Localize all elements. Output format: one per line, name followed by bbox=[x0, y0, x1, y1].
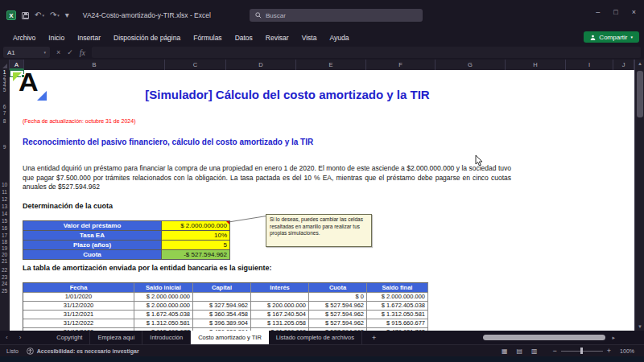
row-header-25[interactable]: 25 bbox=[0, 288, 9, 294]
row-header-8[interactable]: 8 bbox=[0, 118, 9, 124]
menu-tab-disposicion-de-pagina[interactable]: Disposición de página bbox=[107, 31, 187, 45]
close-button[interactable]: × bbox=[632, 8, 636, 16]
amortization-cell[interactable]: 31/12/2020 bbox=[23, 302, 134, 311]
row-header-5[interactable]: 5 bbox=[0, 87, 9, 93]
page-break-view-icon[interactable]: ▥ bbox=[531, 348, 538, 355]
zoom-in-icon[interactable]: + bbox=[603, 347, 615, 355]
sheet-tab-costo-amortizado-y-tir[interactable]: Costo amortizado y TIR bbox=[191, 331, 269, 344]
amortization-cell[interactable]: 1/01/2020 bbox=[23, 293, 134, 302]
cuota-value-plazo-anos[interactable]: 5 bbox=[162, 241, 230, 250]
row-header-18[interactable]: 18 bbox=[0, 239, 9, 245]
row-header-14[interactable]: 14 bbox=[0, 211, 9, 216]
menu-tab-formulas[interactable]: Fórmulas bbox=[187, 31, 228, 45]
menu-tab-datos[interactable]: Datos bbox=[229, 31, 259, 45]
amortization-cell[interactable]: $ 396.389.904 bbox=[193, 319, 251, 328]
row-header-19[interactable]: 19 bbox=[0, 245, 9, 251]
minimize-button[interactable]: – bbox=[596, 8, 600, 16]
column-header-h[interactable]: H bbox=[506, 60, 566, 70]
amortization-cell[interactable]: $ 0 bbox=[309, 293, 367, 302]
amortization-cell[interactable]: $ 1.672.405.038 bbox=[134, 311, 193, 319]
amortization-cell[interactable]: $ 915.660.677 bbox=[367, 319, 428, 328]
save-icon[interactable] bbox=[22, 12, 29, 19]
amortization-cell[interactable] bbox=[193, 293, 251, 302]
row-header-11[interactable]: 11 bbox=[0, 189, 9, 195]
horizontal-scrollbar[interactable] bbox=[483, 335, 605, 340]
search-box[interactable]: Buscar bbox=[250, 9, 423, 22]
normal-view-icon[interactable]: ▦ bbox=[502, 348, 508, 355]
insert-function-icon[interactable]: fx bbox=[80, 48, 85, 57]
amortization-cell[interactable]: $ 360.354.458 bbox=[193, 311, 251, 319]
amortization-cell[interactable]: $ 2.000.000.000 bbox=[367, 293, 428, 302]
column-header-e[interactable]: E bbox=[296, 60, 366, 70]
vertical-scrollbar-thumb[interactable] bbox=[637, 71, 643, 117]
customize-toolbar-icon[interactable]: ▾ bbox=[65, 11, 69, 19]
amortization-cell[interactable]: $ 1.672.405.038 bbox=[367, 302, 428, 311]
restore-button[interactable]: □ bbox=[613, 8, 617, 16]
page-layout-view-icon[interactable]: ▤ bbox=[516, 348, 522, 355]
amortization-cell[interactable]: $ 131.205.058 bbox=[251, 319, 309, 328]
menu-tab-vista[interactable]: Vista bbox=[295, 31, 324, 45]
sheet-tab-copyright[interactable]: Copyright bbox=[49, 331, 90, 344]
menu-tab-revisar[interactable]: Revisar bbox=[259, 31, 295, 45]
amortization-cell[interactable]: $ 1.312.050.581 bbox=[367, 311, 428, 319]
column-header-d[interactable]: D bbox=[226, 60, 296, 70]
row-header-9[interactable]: 9 bbox=[0, 144, 9, 150]
amortization-cell[interactable]: 31/12/2021 bbox=[23, 311, 134, 319]
accessibility-status[interactable]: Accesibilidad: es necesario investigar bbox=[37, 348, 139, 354]
worksheet[interactable]: A [Simulador] Cálculo del costo amortiza… bbox=[10, 70, 634, 331]
amortization-cell[interactable]: $ 1.312.050.581 bbox=[134, 319, 193, 328]
menu-tab-archivo[interactable]: Archivo bbox=[6, 31, 42, 45]
undo-icon[interactable]: ↶▾ bbox=[35, 11, 44, 19]
amortization-cell[interactable]: $ 2.000.000.000 bbox=[134, 293, 193, 302]
accessibility-icon[interactable] bbox=[27, 348, 34, 355]
zoom-out-icon[interactable]: − bbox=[549, 347, 561, 355]
name-box[interactable]: A1 ▾ bbox=[3, 47, 50, 58]
zoom-slider-thumb[interactable] bbox=[580, 348, 583, 354]
cuota-value-valor-del-prestamo[interactable]: $ 2.000.000.000 bbox=[162, 221, 230, 231]
menu-tab-insertar[interactable]: Insertar bbox=[71, 31, 107, 45]
amortization-cell[interactable]: $ 2.000.000.000 bbox=[134, 302, 193, 311]
scroll-right-icon[interactable]: ▸ bbox=[605, 335, 620, 341]
zoom-slider[interactable] bbox=[561, 351, 603, 352]
zoom-level[interactable]: 100% bbox=[620, 348, 634, 354]
amortization-cell[interactable]: $ 527.594.962 bbox=[309, 302, 367, 311]
enter-icon[interactable]: ✓ bbox=[67, 48, 73, 56]
row-header-7[interactable]: 7 bbox=[0, 110, 9, 116]
column-header-f[interactable]: F bbox=[366, 60, 436, 70]
column-header-c[interactable]: C bbox=[165, 60, 226, 70]
column-header-j[interactable]: J bbox=[613, 60, 634, 70]
row-header-24[interactable]: 24 bbox=[0, 281, 9, 286]
amortization-cell[interactable] bbox=[251, 293, 309, 302]
row-header-16[interactable]: 16 bbox=[0, 225, 9, 231]
column-header-b[interactable]: B bbox=[24, 60, 165, 70]
sheet-nav-left-icon[interactable]: ‹ bbox=[0, 334, 14, 341]
cuota-value-tasa-ea[interactable]: 10% bbox=[162, 231, 230, 241]
row-header-21[interactable]: 21 bbox=[0, 258, 9, 264]
row-header-6[interactable]: 6 bbox=[0, 104, 9, 109]
scroll-up-icon[interactable]: ▲ bbox=[635, 61, 644, 66]
sheet-nav-right-icon[interactable]: › bbox=[14, 334, 27, 341]
amortization-cell[interactable]: 31/12/2022 bbox=[23, 319, 134, 328]
row-header-23[interactable]: 23 bbox=[0, 274, 9, 280]
row-header-12[interactable]: 12 bbox=[0, 196, 9, 202]
share-button[interactable]: Compartir ▾ bbox=[584, 31, 639, 43]
cancel-icon[interactable]: × bbox=[56, 48, 60, 56]
sheet-tab-introduccion[interactable]: Introducción bbox=[142, 331, 191, 344]
scroll-down-icon[interactable]: ▼ bbox=[635, 324, 644, 329]
sheet-tab-listado-completo-de-archivos[interactable]: Listado completo de archivos bbox=[269, 331, 362, 344]
amortization-cell[interactable]: $ 167.240.504 bbox=[251, 311, 309, 319]
amortization-cell[interactable]: $ 327.594.962 bbox=[193, 302, 251, 311]
formula-input[interactable] bbox=[92, 47, 641, 58]
column-header-a[interactable]: A bbox=[10, 60, 24, 70]
column-header-i[interactable]: I bbox=[566, 60, 613, 70]
column-header-g[interactable]: G bbox=[436, 60, 506, 70]
sheet-tab-empieza-aqui[interactable]: Empieza aquí bbox=[90, 331, 142, 344]
redo-icon[interactable]: ↷▾ bbox=[50, 11, 60, 19]
menu-tab-inicio[interactable]: Inicio bbox=[42, 31, 71, 45]
row-header-13[interactable]: 13 bbox=[0, 204, 9, 209]
row-header-10[interactable]: 10 bbox=[0, 182, 9, 187]
amortization-cell[interactable]: $ 200.000.000 bbox=[251, 302, 309, 311]
cuota-value-cuota[interactable]: -$ 527.594.962 bbox=[162, 250, 230, 260]
vertical-scrollbar[interactable]: ▲ ▼ bbox=[634, 60, 644, 331]
row-header-15[interactable]: 15 bbox=[0, 218, 9, 224]
